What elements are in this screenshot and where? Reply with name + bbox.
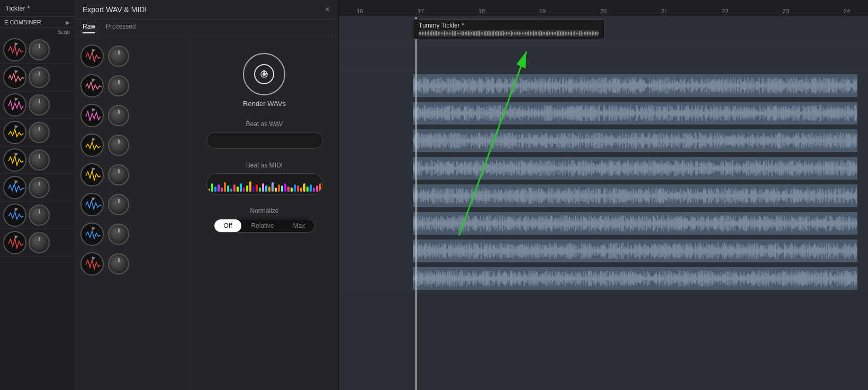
midi-dot-1	[206, 185, 207, 192]
strip-waveform-7[interactable]	[80, 223, 104, 246]
timeline-ruler: 161718192021222324	[339, 0, 868, 17]
svg-rect-62	[512, 32, 513, 34]
svg-rect-77	[536, 32, 537, 36]
strip-knob-6[interactable]	[108, 194, 129, 215]
waveform-knob-2[interactable]	[3, 66, 26, 89]
instrument-row-1[interactable]	[0, 36, 74, 64]
waveform-knob-6[interactable]	[3, 176, 26, 199]
strip-knob-5[interactable]	[108, 164, 129, 185]
svg-rect-105	[581, 31, 582, 36]
strip-waveform-2[interactable]	[80, 74, 104, 98]
track-row-7[interactable]	[339, 182, 868, 210]
waveform-knob-3[interactable]	[3, 93, 26, 117]
track-row-6[interactable]	[339, 155, 868, 182]
svg-rect-21	[447, 33, 448, 34]
track-row-4[interactable]	[339, 100, 868, 127]
instrument-row-2[interactable]	[0, 64, 74, 91]
normalize-max[interactable]: Max	[284, 219, 315, 232]
knob-1[interactable]	[29, 39, 50, 60]
track-row-9[interactable]	[339, 237, 868, 265]
svg-rect-23	[450, 33, 451, 34]
track-row-10[interactable]	[339, 265, 868, 292]
instrument-row-5[interactable]	[0, 146, 74, 174]
svg-rect-81	[542, 32, 544, 34]
svg-rect-8	[427, 32, 428, 34]
svg-rect-94	[563, 31, 564, 35]
knob-5[interactable]	[29, 149, 50, 171]
svg-rect-31	[463, 31, 464, 35]
svg-rect-80	[541, 31, 542, 36]
waveform-knob-7[interactable]	[3, 203, 26, 227]
ruler-mark-16: 16	[357, 8, 363, 14]
beat-wav-input[interactable]	[206, 132, 323, 149]
strip-knob-1[interactable]	[108, 46, 129, 67]
midi-dot-6	[221, 188, 223, 192]
knob-8[interactable]	[29, 232, 50, 253]
svg-rect-60	[509, 33, 510, 34]
strip-waveform-3[interactable]	[80, 104, 104, 127]
strip-waveform-4[interactable]	[80, 134, 104, 157]
svg-rect-32	[465, 32, 466, 35]
strip-waveform-6[interactable]	[80, 193, 104, 216]
ruler-mark-23: 23	[783, 8, 789, 14]
svg-rect-110	[589, 32, 590, 34]
strip-waveform-8[interactable]	[80, 252, 104, 276]
instrument-row-3[interactable]	[0, 91, 74, 119]
midi-dot-11	[237, 187, 239, 192]
svg-rect-76	[535, 32, 536, 36]
ruler-mark-19: 19	[539, 8, 546, 14]
instrument-row-8[interactable]	[0, 229, 74, 256]
svg-rect-27	[457, 33, 458, 34]
instrument-row-4[interactable]	[0, 119, 74, 146]
midi-dot-20	[265, 185, 267, 192]
knob-4[interactable]	[29, 122, 50, 143]
svg-rect-28	[458, 33, 459, 34]
svg-rect-53	[498, 31, 499, 36]
knob-6[interactable]	[29, 177, 50, 198]
svg-rect-93	[562, 31, 563, 36]
normalize-relative[interactable]: Relative	[241, 219, 283, 232]
midi-dot-12	[240, 183, 242, 192]
waveform-knob-4[interactable]	[3, 121, 26, 144]
channel-strip-3	[74, 101, 190, 130]
knob-3[interactable]	[29, 94, 50, 116]
knob-2[interactable]	[29, 67, 50, 88]
instrument-row-6[interactable]	[0, 174, 74, 201]
svg-rect-22	[449, 33, 450, 34]
strip-knob-8[interactable]	[108, 253, 129, 274]
strip-knob-7[interactable]	[108, 224, 129, 245]
tab-processed[interactable]: Processed	[106, 23, 136, 33]
ruler-mark-24: 24	[844, 8, 850, 14]
midi-preview[interactable]	[206, 173, 323, 194]
track-row-8[interactable]	[339, 210, 868, 237]
track-waveform-6	[413, 157, 857, 180]
combiner-row[interactable]: E COMBINER ▶	[0, 17, 74, 28]
svg-rect-86	[550, 32, 551, 34]
normalize-off[interactable]: Off	[214, 219, 242, 232]
svg-rect-104	[579, 31, 580, 36]
svg-rect-114	[595, 32, 596, 35]
strip-knob-4[interactable]	[108, 135, 129, 156]
track-row-3[interactable]	[339, 72, 868, 100]
track-row-2[interactable]	[339, 45, 868, 72]
waveform-knob-5[interactable]	[3, 148, 26, 172]
track-row-5[interactable]	[339, 127, 868, 155]
waveform-knob-8[interactable]	[3, 231, 26, 254]
close-button[interactable]: ×	[325, 5, 330, 14]
timeline-tracks[interactable]: Tummy Tickler *	[339, 17, 868, 390]
strip-waveform-1[interactable]	[80, 45, 104, 68]
track-waveform-10	[413, 267, 857, 290]
waveform-knob-1[interactable]	[3, 38, 26, 61]
strip-waveform-5[interactable]	[80, 163, 104, 187]
tab-raw[interactable]: Raw	[83, 23, 95, 33]
svg-rect-97	[568, 32, 569, 34]
strip-knob-3[interactable]	[108, 105, 129, 126]
midi-dot-19	[262, 183, 264, 192]
svg-rect-113	[593, 32, 594, 35]
strip-knob-2[interactable]	[108, 75, 129, 96]
beat-wav-section: Beat as WAV	[201, 120, 328, 149]
beat-wav-label: Beat as WAV	[246, 120, 283, 128]
instrument-row-7[interactable]	[0, 201, 74, 229]
render-wavs-button[interactable]	[243, 53, 285, 95]
knob-7[interactable]	[29, 205, 50, 226]
